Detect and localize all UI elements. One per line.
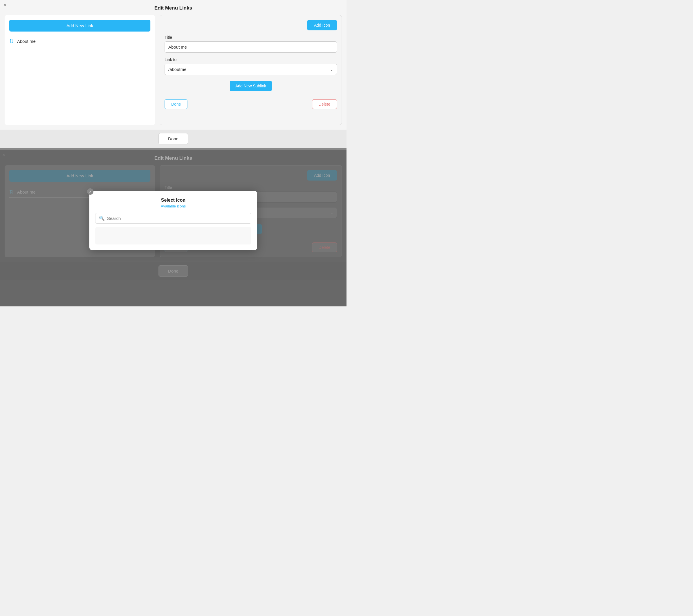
- title-input[interactable]: [164, 41, 337, 53]
- left-panel: Add New Link ⇅ About me: [5, 15, 155, 125]
- add-sublink-row: Add New Sublink: [164, 81, 337, 91]
- action-row: Done Delete: [164, 97, 337, 109]
- top-close-button[interactable]: ×: [2, 2, 8, 8]
- drag-handle-icon: ⇅: [9, 38, 14, 44]
- title-field-group: Title: [164, 35, 337, 57]
- add-sublink-button[interactable]: Add New Sublink: [230, 81, 272, 91]
- bottom-drag-handle-icon: ⇅: [9, 189, 14, 195]
- link-to-wrapper: /aboutme ⌄: [164, 64, 337, 75]
- panel-divider: [0, 148, 346, 150]
- delete-button[interactable]: Delete: [312, 99, 337, 109]
- done-button[interactable]: Done: [164, 99, 187, 109]
- bottom-page-title: Edit Menu Links: [0, 150, 346, 165]
- page-title: Edit Menu Links: [0, 0, 346, 15]
- bottom-add-new-link-button: Add New Link: [9, 170, 151, 182]
- footer-bar: Done: [0, 130, 346, 148]
- bottom-title-label: Title: [164, 185, 337, 190]
- link-to-label: Link to: [164, 57, 337, 62]
- bottom-link-label: About me: [17, 190, 36, 194]
- select-icon-modal: × Select Icon Available icons 🔍: [90, 191, 257, 250]
- modal-search-wrapper: 🔍: [95, 213, 251, 224]
- bottom-chevron-icon: ⌄: [330, 210, 334, 215]
- link-item[interactable]: ⇅ About me: [9, 36, 151, 46]
- bottom-footer-done-button: Done: [158, 265, 188, 276]
- add-icon-button[interactable]: Add Icon: [307, 20, 337, 31]
- bottom-footer-bar: Done: [0, 262, 346, 280]
- add-new-link-button[interactable]: Add New Link: [9, 20, 151, 32]
- main-content: Add New Link ⇅ About me Add Icon Title L…: [0, 15, 346, 130]
- bottom-delete-button: Delete: [312, 243, 337, 252]
- bottom-add-icon-button: Add Icon: [307, 170, 337, 180]
- bottom-close-button: ×: [2, 153, 5, 158]
- modal-subtitle: Available icons: [95, 204, 251, 208]
- search-icon: 🔍: [99, 215, 105, 221]
- bottom-panel: × Edit Menu Links Add New Link ⇅ About m…: [0, 150, 346, 306]
- link-item-label: About me: [17, 39, 36, 44]
- modal-close-button[interactable]: ×: [87, 188, 94, 195]
- add-icon-row: Add Icon: [164, 20, 337, 31]
- right-panel: Add Icon Title Link to /aboutme ⌄ Add Ne…: [160, 15, 342, 125]
- footer-done-button[interactable]: Done: [158, 133, 188, 145]
- modal-overlay: × Select Icon Available icons 🔍: [0, 150, 346, 306]
- top-panel: × Edit Menu Links Add New Link ⇅ About m…: [0, 0, 346, 148]
- modal-icons-area: [95, 227, 251, 245]
- modal-title: Select Icon: [95, 198, 251, 203]
- link-to-field-group: Link to /aboutme ⌄: [164, 57, 337, 75]
- title-label: Title: [164, 35, 337, 40]
- modal-search-input[interactable]: [107, 216, 248, 221]
- link-to-select[interactable]: /aboutme: [164, 64, 337, 75]
